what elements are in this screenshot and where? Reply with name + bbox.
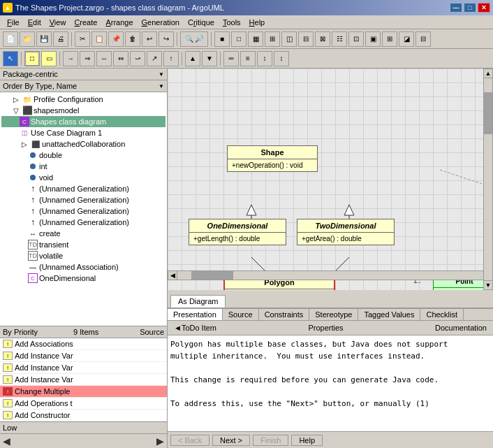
tb-h3[interactable]: ↕ bbox=[257, 51, 272, 66]
menu-tools[interactable]: Tools bbox=[219, 17, 245, 27]
nav-next-icon[interactable]: ▶ bbox=[156, 435, 164, 447]
todo-list[interactable]: ! Add Associations ! Add Instance Var ! … bbox=[0, 338, 167, 421]
tb-save[interactable]: 💾 bbox=[36, 31, 52, 47]
tree-item-td-transient[interactable]: TD transient bbox=[1, 239, 165, 250]
tree-item-create[interactable]: ↔ create bbox=[1, 228, 165, 239]
tb-b3[interactable]: ▦ bbox=[248, 31, 263, 47]
tb-b5[interactable]: ◫ bbox=[281, 31, 297, 47]
maximize-button[interactable]: □ bbox=[464, 3, 476, 13]
tb-zoom-out[interactable]: ▼ bbox=[202, 51, 217, 66]
tb-b6[interactable]: ⊟ bbox=[298, 31, 314, 47]
tb-h4[interactable]: ↕ bbox=[274, 51, 289, 66]
back-button[interactable]: < Back bbox=[170, 435, 209, 446]
tree-item-onedim[interactable]: C OneDimensional bbox=[1, 273, 165, 284]
props-tab-tagged[interactable]: Tagged Values bbox=[358, 309, 420, 320]
menu-edit[interactable]: Edit bbox=[24, 17, 45, 27]
tb-print[interactable]: 🖨 bbox=[53, 31, 68, 47]
tb-b8[interactable]: ☷ bbox=[332, 31, 347, 47]
horizontal-scrollbar[interactable] bbox=[177, 270, 483, 280]
props-sub-todo[interactable]: ◄ToDo Item bbox=[168, 321, 223, 334]
tree-item-assoc[interactable]: — (Unnamed Association) bbox=[1, 261, 165, 273]
tb-delete[interactable]: 🗑 bbox=[125, 31, 140, 47]
tb-b10[interactable]: ▣ bbox=[365, 31, 381, 47]
props-sub-documentation[interactable]: Documentation bbox=[429, 321, 493, 334]
minimize-button[interactable]: — bbox=[450, 3, 462, 13]
tree-item-int[interactable]: int bbox=[1, 161, 165, 172]
next-button[interactable]: Next > bbox=[212, 435, 250, 446]
props-tab-source[interactable]: Source bbox=[223, 309, 259, 320]
menu-create[interactable]: Create bbox=[70, 17, 101, 27]
tb-b12[interactable]: ◪ bbox=[399, 31, 414, 47]
tb-arrow4[interactable]: ⇔ bbox=[113, 51, 128, 66]
tree-item-usecase[interactable]: ◫ Use Case Diagram 1 bbox=[1, 127, 165, 138]
tree-item-gen3[interactable]: ↑ (Unnamed Generalization) bbox=[1, 205, 165, 217]
tree-item-gen1[interactable]: ↑ (Unnamed Generalization) bbox=[1, 183, 165, 194]
scroll-left-btn[interactable]: ◀ bbox=[168, 270, 177, 280]
tb-h2[interactable]: ≡ bbox=[240, 51, 256, 66]
tb-b4[interactable]: ⊞ bbox=[265, 31, 280, 47]
vertical-scrollbar[interactable] bbox=[483, 78, 493, 280]
tree-item-shapes-diagram[interactable]: C Shapes class diagram bbox=[1, 116, 165, 127]
tb-b1[interactable]: ■ bbox=[214, 31, 230, 47]
props-tab-checklist[interactable]: Checklist bbox=[420, 309, 464, 320]
uml-shape-class[interactable]: Shape +newOperation() : void bbox=[227, 145, 318, 172]
menu-arrange[interactable]: Arrange bbox=[101, 17, 137, 27]
tb-redo[interactable]: ↪ bbox=[159, 31, 174, 47]
tree-item-collab[interactable]: ▷ ⬛ unattachedCollaboration bbox=[1, 138, 165, 150]
tb-h1[interactable]: ═ bbox=[223, 51, 239, 66]
tb-undo[interactable]: ↩ bbox=[142, 31, 157, 47]
todo-add-instance-3[interactable]: ! Add Instance Var bbox=[0, 374, 167, 386]
scroll-down-btn[interactable]: ▼ bbox=[483, 280, 493, 290]
tb-b7[interactable]: ⊠ bbox=[315, 31, 330, 47]
tb-arrow6[interactable]: ↗ bbox=[147, 51, 162, 66]
tb-shape2[interactable]: ▭ bbox=[41, 51, 57, 66]
tb-b13[interactable]: ⊟ bbox=[415, 31, 431, 47]
package-dropdown-header[interactable]: Package-centric ▼ bbox=[0, 68, 167, 80]
tree-item-gen4[interactable]: ↑ (Unnamed Generalization) bbox=[1, 217, 165, 228]
tb-zoom-in[interactable]: ▲ bbox=[185, 51, 200, 66]
tb-b11[interactable]: ⊞ bbox=[382, 31, 397, 47]
tb-paste[interactable]: 📌 bbox=[108, 31, 124, 47]
todo-change-multiple[interactable]: ! Change Multiple bbox=[0, 386, 167, 398]
todo-add-constructor[interactable]: ! Add Constructor bbox=[0, 410, 167, 421]
todo-add-operations[interactable]: ! Add Operations t bbox=[0, 398, 167, 410]
todo-add-instance-1[interactable]: ! Add Instance Var bbox=[0, 350, 167, 362]
menu-generation[interactable]: Generation bbox=[138, 17, 184, 27]
help-button[interactable]: Help bbox=[291, 435, 323, 446]
tb-select[interactable]: ↖ bbox=[3, 51, 18, 66]
props-tab-presentation[interactable]: Presentation bbox=[168, 309, 223, 320]
diagram-canvas[interactable]: Shape +newOperation() : void OneDimensio… bbox=[168, 68, 493, 290]
tree-item-void[interactable]: void bbox=[1, 172, 165, 183]
props-tab-stereotype[interactable]: Stereotype bbox=[309, 309, 358, 320]
finish-button[interactable]: Finish bbox=[253, 435, 288, 446]
tb-arrow5[interactable]: ⤻ bbox=[130, 51, 145, 66]
todo-add-instance-2[interactable]: ! Add Instance Var bbox=[0, 362, 167, 374]
tree-item-double[interactable]: double bbox=[1, 150, 165, 161]
uml-twodim-class[interactable]: TwoDimensional +getArea() : double bbox=[297, 219, 395, 245]
order-header[interactable]: Order By Type, Name ▼ bbox=[0, 80, 167, 92]
tb-arrow2[interactable]: ⇒ bbox=[80, 51, 95, 66]
tb-cut[interactable]: ✂ bbox=[75, 31, 90, 47]
tb-arrow3[interactable]: ↔ bbox=[96, 51, 112, 66]
tb-open[interactable]: 📁 bbox=[20, 31, 35, 47]
tree-item-gen2[interactable]: ↑ (Unnamed Generalization) bbox=[1, 194, 165, 205]
tree-item-shapesmodel[interactable]: ▽ ⬛ shapesmodel bbox=[1, 105, 165, 116]
tb-arrow1[interactable]: → bbox=[63, 51, 78, 66]
menu-view[interactable]: View bbox=[45, 17, 71, 27]
tree-item-td-volatile[interactable]: TD volatile bbox=[1, 250, 165, 261]
props-tab-constraints[interactable]: Constraints bbox=[259, 309, 310, 320]
diagram-tab-as-diagram[interactable]: As Diagram bbox=[170, 295, 226, 308]
tb-copy[interactable]: 📋 bbox=[91, 31, 107, 47]
menu-file[interactable]: File bbox=[3, 17, 24, 27]
scroll-up-btn[interactable]: ▲ bbox=[483, 68, 493, 78]
tb-new[interactable]: 📄 bbox=[3, 31, 18, 47]
tb-find[interactable]: 🔍 🔎 bbox=[180, 31, 208, 47]
tb-b2[interactable]: □ bbox=[231, 31, 246, 47]
tb-b9[interactable]: ⊡ bbox=[348, 31, 364, 47]
nav-prev-icon[interactable]: ◀ bbox=[3, 435, 10, 447]
uml-onedim-class[interactable]: OneDimensional +getLength() : double bbox=[189, 219, 286, 245]
menu-critique[interactable]: Critique bbox=[184, 17, 219, 27]
todo-add-associations[interactable]: ! Add Associations bbox=[0, 338, 167, 350]
menu-help[interactable]: Help bbox=[245, 17, 270, 27]
tb-shape1[interactable]: □ bbox=[24, 51, 40, 66]
